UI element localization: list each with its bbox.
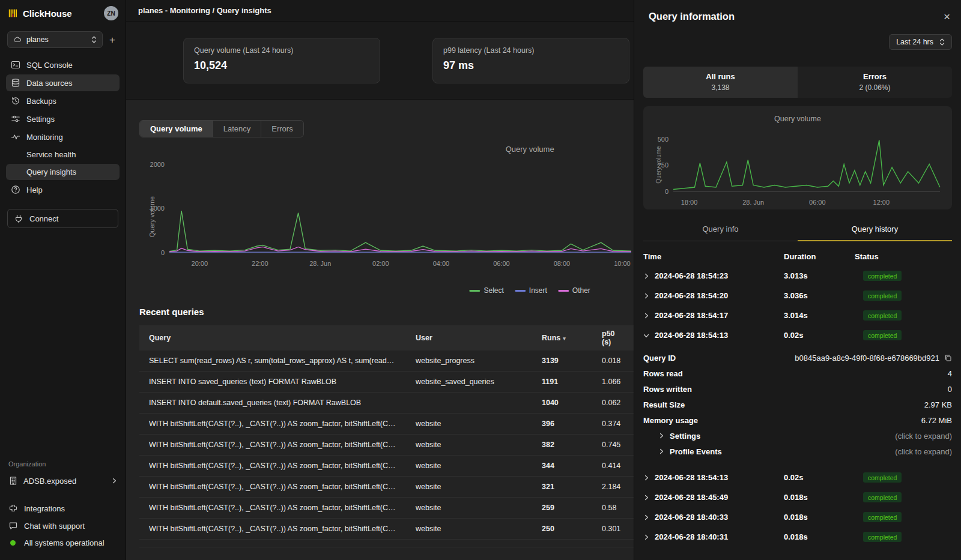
table-row[interactable]: INSERT INTO default.saved_queries (text)…	[139, 393, 634, 414]
status-label: All systems operational	[24, 538, 105, 547]
query-information-panel: Query information × Last 24 hrs All runs…	[634, 0, 961, 560]
tab-latency[interactable]: Latency	[213, 121, 262, 137]
history-row-expanded[interactable]: 2024-06-28 18:54:13 0.02s completed	[634, 325, 961, 345]
line-chart[interactable]: 01000200020:0022:0028. Jun02:0004:0006:0…	[139, 148, 634, 268]
add-service-button[interactable]: +	[106, 34, 118, 46]
footer-item-label: Integrations	[24, 504, 65, 513]
sidebar-item-label: Service health	[26, 150, 76, 159]
status-badge: completed	[863, 271, 902, 281]
sidebar: ClickHouse ZN planes + SQL Console	[0, 0, 126, 560]
legend-item-select[interactable]: Select	[469, 286, 503, 295]
tab-query-history[interactable]: Query history	[798, 219, 952, 241]
chart-legend: Select Insert Other	[469, 286, 590, 295]
system-status[interactable]: All systems operational	[8, 535, 117, 550]
close-icon[interactable]: ×	[944, 11, 950, 22]
svg-text:250: 250	[658, 161, 668, 169]
service-selector[interactable]: planes	[7, 31, 103, 48]
table-row[interactable]: SELECT sum(read_rows) AS r, sum(total_ro…	[139, 351, 634, 372]
table-row[interactable]: WITH bitShiftLeft(CAST(?..), _CAST(?..))…	[139, 519, 634, 540]
sidebar-item-settings[interactable]: Settings	[6, 110, 120, 127]
sidebar-item-label: Data sources	[26, 79, 73, 88]
sidebar-item-help[interactable]: Help	[6, 181, 120, 198]
sidebar-item-monitoring[interactable]: Monitoring	[6, 128, 120, 145]
avatar[interactable]: ZN	[104, 6, 118, 20]
detail-settings[interactable]: Settings (click to expand)	[634, 428, 961, 444]
query-volume-chart: Query volume Query volume 01000200020:00…	[139, 137, 634, 297]
table-row[interactable]: WITH bitShiftLeft(CAST(?..), _CAST(?..))…	[139, 477, 634, 498]
tab-errors[interactable]: Errors 2 (0.06%)	[798, 67, 952, 98]
run-details: Query ID b0845aa9-a8c9-49f0-8f68-e678669…	[634, 345, 961, 463]
history-row[interactable]: 2024-06-28 18:54:17 3.014s completed	[634, 306, 961, 325]
sidebar-item-query-insights[interactable]: Query insights	[6, 164, 120, 180]
table-row[interactable]: WITH bitShiftLeft(CAST(?..), _CAST(?..))…	[139, 498, 634, 519]
clickhouse-logo	[8, 8, 18, 18]
organization-selector[interactable]: ADSB.exposed	[0, 472, 126, 490]
sidebar-item-integrations[interactable]: Integrations	[8, 501, 117, 516]
legend-item-other[interactable]: Other	[558, 286, 590, 295]
svg-text:2000: 2000	[150, 161, 165, 168]
legend-label: Insert	[529, 286, 547, 295]
table-row[interactable]: WITH bitShiftLeft(CAST(?..), _CAST(?..))…	[139, 456, 634, 477]
column-header-query[interactable]: Query	[139, 325, 406, 351]
chevron-right-icon	[643, 514, 649, 520]
column-header-user[interactable]: User	[406, 325, 532, 351]
stat-card-query-volume: Query volume (Last 24 hours) 10,524	[183, 38, 380, 83]
table-row[interactable]	[139, 540, 634, 547]
tab-all-runs[interactable]: All runs 3,138	[643, 67, 798, 98]
copy-icon[interactable]	[944, 354, 952, 362]
svg-text:12:00: 12:00	[873, 199, 890, 206]
table-row[interactable]: WITH bitShiftLeft(CAST(?..), _CAST(?..))…	[139, 414, 634, 435]
detail-profile-events[interactable]: Profile Events (click to expand)	[634, 444, 961, 459]
legend-label: Other	[572, 286, 590, 295]
table-row[interactable]: INSERT INTO saved_queries (text) FORMAT …	[139, 372, 634, 393]
status-badge: completed	[863, 291, 902, 301]
time-range-selector[interactable]: Last 24 hrs	[889, 34, 952, 50]
detail-rows-written: Rows written 0	[634, 381, 961, 397]
tab-query-volume[interactable]: Query volume	[140, 121, 213, 137]
sidebar-item-chat-support[interactable]: Chat with support	[8, 518, 117, 534]
svg-text:18:00: 18:00	[681, 199, 698, 206]
sidebar-item-sql-console[interactable]: SQL Console	[6, 56, 120, 73]
column-header-p50[interactable]: p50 (s)	[592, 325, 634, 351]
legend-swatch	[515, 290, 526, 292]
svg-text:10:00: 10:00	[614, 260, 631, 267]
history-row[interactable]: 2024-06-28 18:54:13 0.02s completed	[634, 468, 961, 487]
main-area: planes - Monitoring / Query insights Que…	[126, 0, 634, 560]
stat-value: 10,524	[194, 59, 369, 72]
column-header-runs[interactable]: Runs▾	[532, 325, 592, 351]
history-rows-after: 2024-06-28 18:54:13 0.02s completed 2024…	[634, 468, 961, 547]
history-row[interactable]: 2024-06-28 18:45:49 0.018s completed	[634, 487, 961, 507]
history-row[interactable]: 2024-06-28 18:40:31 0.018s completed	[634, 527, 961, 547]
sidebar-item-data-sources[interactable]: Data sources	[6, 74, 120, 91]
status-ok-icon	[10, 540, 16, 546]
connect-button[interactable]: Connect	[7, 209, 118, 228]
history-row[interactable]: 2024-06-28 18:54:20 3.036s completed	[634, 286, 961, 306]
line-chart[interactable]: 025050018:0028. Jun06:0012:00	[648, 128, 948, 207]
svg-text:06:00: 06:00	[493, 260, 510, 267]
service-name: planes	[26, 35, 86, 44]
sidebar-header: ClickHouse ZN	[0, 0, 126, 26]
sidebar-item-label: Monitoring	[26, 133, 63, 142]
sidebar-item-label: Backups	[26, 97, 56, 106]
app-window: ClickHouse ZN planes + SQL Console	[0, 0, 961, 560]
status-badge: completed	[863, 472, 902, 483]
detail-rows-read: Rows read 4	[634, 366, 961, 381]
chevron-right-icon	[658, 433, 664, 439]
chevron-right-icon	[643, 475, 649, 481]
organization-name: ADSB.exposed	[23, 477, 106, 486]
tab-errors[interactable]: Errors	[261, 121, 303, 137]
table-row[interactable]: WITH bitShiftLeft(CAST(?..), _CAST(?..))…	[139, 435, 634, 456]
legend-item-insert[interactable]: Insert	[515, 286, 547, 295]
legend-label: Select	[484, 286, 503, 295]
recent-queries-title: Recent queries	[139, 307, 634, 317]
tab-query-info[interactable]: Query info	[643, 219, 798, 241]
status-badge: completed	[863, 330, 902, 340]
chevron-down-icon	[643, 333, 649, 339]
sidebar-item-backups[interactable]: Backups	[6, 92, 120, 109]
svg-text:20:00: 20:00	[192, 260, 208, 267]
history-row[interactable]: 2024-06-28 18:40:33 0.018s completed	[634, 507, 961, 527]
chevron-right-icon	[643, 313, 649, 319]
history-row[interactable]: 2024-06-28 18:54:23 3.013s completed	[634, 266, 961, 286]
sidebar-item-service-health[interactable]: Service health	[6, 146, 120, 163]
panel-title: Query information	[649, 11, 735, 22]
